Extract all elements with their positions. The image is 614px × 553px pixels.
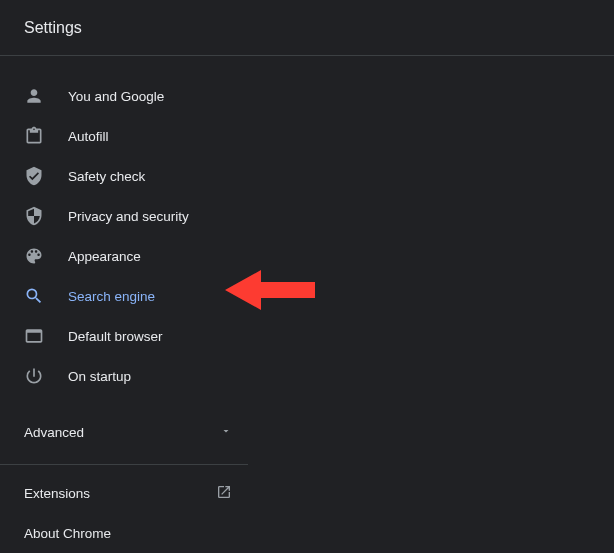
chevron-down-icon (220, 425, 232, 440)
power-icon (24, 366, 44, 386)
external-link-icon (216, 484, 232, 503)
sidebar-item-you-and-google[interactable]: You and Google (0, 76, 256, 116)
sidebar-item-about-chrome[interactable]: About Chrome (0, 513, 256, 553)
sidebar-item-search-engine[interactable]: Search engine (0, 276, 256, 316)
page-title: Settings (24, 19, 82, 37)
sidebar-divider (0, 464, 248, 465)
clipboard-icon (24, 126, 44, 146)
shield-check-icon (24, 166, 44, 186)
sidebar-item-label: Default browser (68, 329, 163, 344)
about-label: About Chrome (24, 526, 111, 541)
palette-icon (24, 246, 44, 266)
advanced-label: Advanced (24, 425, 84, 440)
person-icon (24, 86, 44, 106)
sidebar-item-safety-check[interactable]: Safety check (0, 156, 256, 196)
sidebar-item-privacy-security[interactable]: Privacy and security (0, 196, 256, 236)
sidebar-item-default-browser[interactable]: Default browser (0, 316, 256, 356)
sidebar-item-extensions[interactable]: Extensions (0, 473, 256, 513)
sidebar-advanced-toggle[interactable]: Advanced (0, 408, 256, 456)
sidebar-item-label: Search engine (68, 289, 155, 304)
sidebar-item-label: Autofill (68, 129, 109, 144)
sidebar-item-label: You and Google (68, 89, 164, 104)
sidebar-item-label: Safety check (68, 169, 145, 184)
extensions-label: Extensions (24, 486, 90, 501)
sidebar-item-label: Appearance (68, 249, 141, 264)
search-icon (24, 286, 44, 306)
browser-icon (24, 326, 44, 346)
settings-header: Settings (0, 0, 614, 56)
sidebar-item-on-startup[interactable]: On startup (0, 356, 256, 396)
sidebar-item-appearance[interactable]: Appearance (0, 236, 256, 276)
settings-sidebar: You and Google Autofill Safety check Pri… (0, 56, 256, 553)
sidebar-item-autofill[interactable]: Autofill (0, 116, 256, 156)
sidebar-item-label: Privacy and security (68, 209, 189, 224)
sidebar-item-label: On startup (68, 369, 131, 384)
shield-icon (24, 206, 44, 226)
